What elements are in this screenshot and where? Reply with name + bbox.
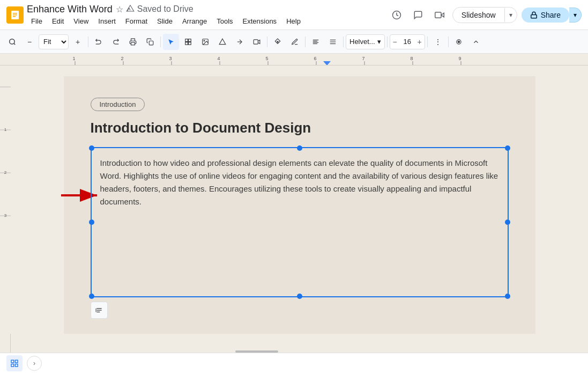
app-logo [6, 6, 24, 24]
grid-view-button[interactable] [6, 355, 23, 371]
menu-extensions[interactable]: Extensions [239, 16, 281, 26]
slideshow-button[interactable]: Slideshow ▾ [452, 7, 517, 23]
menu-bar: File Edit View Insert Format Slide Arran… [27, 16, 385, 26]
copy-format-button[interactable] [142, 34, 158, 50]
record-button[interactable] [451, 34, 467, 50]
zoom-out-button[interactable]: − [21, 34, 38, 50]
cursor-button[interactable] [163, 34, 179, 50]
separator-1 [88, 36, 88, 47]
svg-text:6: 6 [314, 56, 316, 61]
line-spacing-button[interactable] [325, 34, 341, 50]
slide-body-text: Introduction to how video and profession… [100, 157, 499, 208]
svg-rect-6 [531, 14, 537, 18]
pen-button[interactable] [287, 34, 303, 50]
font-size-input[interactable] [400, 38, 415, 46]
menu-arrange[interactable]: Arrange [178, 16, 211, 26]
menu-help[interactable]: Help [282, 16, 305, 26]
svg-text:5: 5 [265, 56, 268, 61]
font-size-increase[interactable]: + [415, 34, 425, 49]
shape-button[interactable] [214, 34, 230, 50]
search-button[interactable] [4, 34, 20, 50]
menu-slide[interactable]: Slide [153, 16, 177, 26]
separator-3 [267, 36, 267, 47]
star-icon[interactable]: ☆ [116, 4, 123, 14]
left-ruler-svg: 1 2 3 [0, 65, 11, 334]
svg-text:7: 7 [362, 56, 364, 61]
font-name-label: Helvet... [349, 38, 375, 46]
image-button[interactable] [197, 34, 213, 50]
svg-text:2: 2 [121, 56, 123, 61]
title-bar: Enhance With Word ☆ Saved to Drive File … [0, 0, 588, 30]
svg-text:2: 2 [4, 170, 7, 175]
share-button[interactable]: Share [522, 8, 569, 23]
font-size-decrease[interactable]: − [390, 34, 400, 49]
more-options-button[interactable]: ⋮ [430, 34, 446, 50]
svg-rect-13 [185, 42, 188, 45]
handle-middle-left[interactable] [89, 220, 94, 225]
text-box[interactable]: Introduction to how video and profession… [91, 147, 509, 297]
camera-button[interactable] [431, 6, 448, 24]
history-button[interactable] [388, 6, 405, 24]
next-slide-button[interactable]: › [27, 356, 42, 371]
ruler-svg: 1 2 3 4 5 6 7 8 9 [59, 54, 588, 65]
menu-tools[interactable]: Tools [212, 16, 237, 26]
slideshow-dropdown-button[interactable]: ▾ [504, 8, 517, 22]
handle-top-center[interactable] [297, 145, 302, 151]
print-button[interactable] [125, 34, 141, 50]
svg-text:9: 9 [458, 56, 461, 61]
handle-middle-right[interactable] [505, 220, 510, 225]
handle-top-right[interactable] [505, 145, 510, 151]
handle-bottom-center[interactable] [297, 294, 302, 299]
line-button[interactable] [232, 34, 248, 50]
svg-rect-66 [15, 364, 18, 367]
svg-point-16 [204, 40, 205, 41]
slide: Introduction Introduction to Document De… [64, 76, 535, 334]
svg-rect-29 [59, 54, 588, 65]
menu-view[interactable]: View [69, 16, 93, 26]
share-label: Share [541, 11, 561, 19]
align-left-button[interactable] [308, 34, 324, 50]
menu-insert[interactable]: Insert [94, 16, 120, 26]
handle-bottom-left[interactable] [89, 294, 94, 299]
slideshow-main-button[interactable]: Slideshow [453, 8, 504, 23]
zoom-select[interactable]: Fit [39, 34, 69, 49]
font-name-selector[interactable]: Helvet... ▾ [346, 34, 385, 49]
menu-format[interactable]: Format [121, 16, 152, 26]
bg-color-button[interactable] [270, 34, 286, 50]
undo-button[interactable] [91, 34, 107, 50]
zoom-in-button[interactable]: + [70, 34, 86, 50]
svg-text:1: 1 [4, 127, 7, 132]
toolbar: − Fit + Helv [0, 30, 588, 54]
slide-title: Introduction to Document Design [91, 120, 509, 136]
text-format-icon[interactable] [91, 302, 108, 319]
svg-rect-2 [13, 14, 17, 16]
menu-edit[interactable]: Edit [48, 16, 68, 26]
svg-rect-63 [11, 360, 14, 363]
separator-4 [305, 36, 306, 47]
ruler: 1 2 3 4 5 6 7 8 9 [0, 54, 588, 65]
separator-5 [343, 36, 344, 47]
separator-2 [160, 36, 161, 47]
redo-button[interactable] [108, 34, 124, 50]
title-icons: ☆ Saved to Drive [116, 4, 193, 14]
svg-point-19 [277, 41, 278, 42]
share-dropdown-button[interactable]: ▾ [569, 8, 582, 23]
handle-bottom-right[interactable] [505, 294, 510, 299]
svg-point-28 [457, 40, 460, 43]
menu-file[interactable]: File [27, 16, 47, 26]
doc-title: Enhance With Word [27, 4, 113, 15]
svg-text:3: 3 [169, 56, 172, 61]
svg-rect-9 [131, 42, 135, 45]
video-button[interactable] [249, 34, 265, 50]
handle-top-left[interactable] [89, 145, 94, 151]
collapse-button[interactable] [468, 34, 484, 50]
select-button[interactable] [180, 34, 196, 50]
bottom-bar: › [0, 353, 588, 373]
cloud-icon[interactable] [125, 4, 135, 14]
svg-rect-65 [11, 364, 14, 367]
comment-button[interactable] [410, 6, 427, 24]
separator-6 [387, 36, 388, 47]
horizontal-scrollbar[interactable] [235, 350, 278, 353]
svg-rect-49 [0, 65, 11, 334]
slide-container: Introduction Introduction to Document De… [11, 65, 588, 353]
